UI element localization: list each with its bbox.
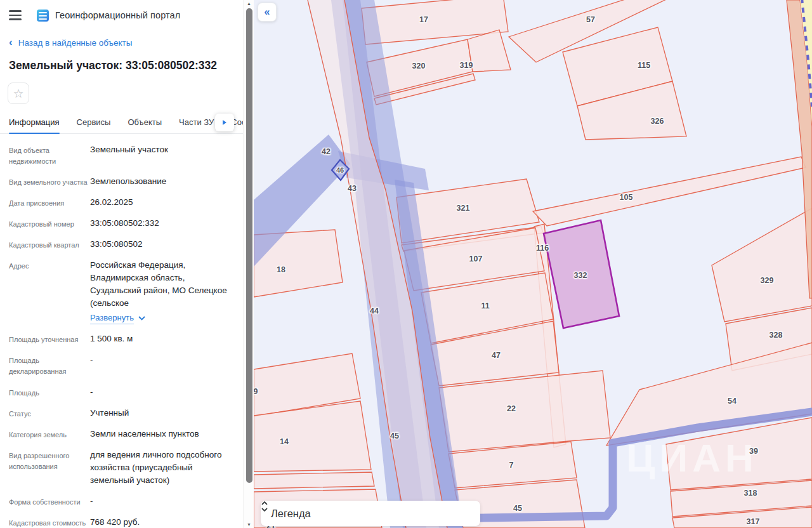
field-value: - <box>90 495 237 508</box>
address-expand-link[interactable]: Развернуть <box>90 312 145 324</box>
field-value: 33:05:080502 <box>90 238 237 251</box>
field-label: Категория земель <box>9 428 88 440</box>
page-title: Земельный участок: 33:05:080502:332 <box>0 59 243 72</box>
app-title: Геоинформационный портал <box>55 10 180 20</box>
scroll-down-icon[interactable]: ▼ <box>244 522 254 527</box>
expand-label: Развернуть <box>90 312 134 324</box>
field-value: 768 420 руб. <box>90 516 237 528</box>
field-row: Вид земельного участка Землепользование <box>9 175 237 188</box>
field-value: - <box>90 353 237 377</box>
tabs-scroll-right-button[interactable] <box>215 114 234 131</box>
field-value: для ведения личного подсобного хозяйства… <box>90 449 237 487</box>
app-header: Геоинформационный портал <box>0 0 243 24</box>
double-chevron-left-icon: « <box>265 6 270 18</box>
menu-icon[interactable] <box>9 10 22 20</box>
back-link[interactable]: ‹ Назад в найденные объекты <box>0 37 243 48</box>
legend-bar[interactable]: Легенда <box>261 501 480 526</box>
field-value: 26.02.2025 <box>90 196 237 209</box>
scrollbar-thumb[interactable] <box>246 8 252 483</box>
sidebar-collapse-button[interactable]: « <box>258 3 277 22</box>
back-link-label: Назад в найденные объекты <box>18 38 133 48</box>
tab-services[interactable]: Сервисы <box>77 117 111 133</box>
sidebar-scrollbar[interactable]: ▲ ▼ <box>243 0 254 528</box>
field-row: Дата присвоения 26.02.2025 <box>9 196 237 209</box>
field-row: Площадь - <box>9 386 237 399</box>
field-row: Площадь декларированная - <box>9 353 237 377</box>
scroll-up-icon[interactable]: ▲ <box>244 1 254 6</box>
field-row: Кадастровый квартал 33:05:080502 <box>9 238 237 251</box>
field-row: Кадастровая стоимость 768 420 руб. <box>9 516 237 528</box>
field-value: Землепользование <box>90 175 237 188</box>
field-label: Вид земельного участка <box>9 175 88 188</box>
field-row: Статус Учтенный <box>9 407 237 419</box>
back-chevron-icon: ‹ <box>9 37 13 48</box>
field-value: 33:05:080502:332 <box>90 217 237 230</box>
parcel-105[interactable] <box>533 157 806 226</box>
parcel-319[interactable] <box>468 30 511 72</box>
expand-collapse-icon <box>261 501 268 512</box>
field-label: Вид разрешенного использования <box>9 449 88 487</box>
chevron-down-icon <box>138 316 145 320</box>
field-label: Кадастровая стоимость <box>9 516 88 528</box>
cadastral-map-layers <box>254 0 812 528</box>
field-value: Российская Федерация, Владимирская облас… <box>90 260 227 308</box>
field-row: Категория земель Земли населенных пункто… <box>9 428 237 440</box>
legend-title: Легенда <box>271 508 311 520</box>
tab-parts[interactable]: Части ЗУ <box>179 117 214 133</box>
sidebar-panel: Геоинформационный портал ‹ Назад в найде… <box>0 0 254 528</box>
tab-information[interactable]: Информация <box>9 117 60 133</box>
field-value: Земли населенных пунктов <box>90 428 237 440</box>
sidebar-content: Геоинформационный портал ‹ Назад в найде… <box>0 0 243 528</box>
map-canvas[interactable]: ЦИАН 17 57 320 319 115 326 42 46 43 321 … <box>254 0 812 528</box>
field-label: Площадь декларированная <box>9 353 88 377</box>
tab-objects[interactable]: Объекты <box>128 117 162 133</box>
tab-bar: Информация Сервисы Объекты Части ЗУ Сост… <box>0 113 243 134</box>
field-label: Дата присвоения <box>9 196 88 209</box>
triangle-right-icon <box>222 119 227 126</box>
field-label: Адрес <box>9 259 88 324</box>
field-label: Кадастровый квартал <box>9 238 88 251</box>
field-row: Кадастровый номер 33:05:080502:332 <box>9 217 237 230</box>
field-row: Вид объекта недвижимости Земельный участ… <box>9 143 237 167</box>
field-value: - <box>90 386 237 399</box>
field-value: Учтенный <box>90 407 237 419</box>
field-row: Вид разрешенного использования для веден… <box>9 449 237 487</box>
parcel-332-selected[interactable] <box>544 220 619 328</box>
parcel-329[interactable] <box>712 208 812 322</box>
field-row: Форма собственности - <box>9 495 237 508</box>
field-row: Площадь уточненная 1 500 кв. м <box>9 333 237 345</box>
field-label: Форма собственности <box>9 495 88 508</box>
field-label: Площадь уточненная <box>9 333 88 345</box>
field-value: 1 500 кв. м <box>90 333 237 345</box>
star-icon: ☆ <box>13 86 23 101</box>
app-logo-icon <box>37 10 49 22</box>
field-row-address: Адрес Российская Федерация, Владимирская… <box>9 259 237 324</box>
parcel-strip[interactable] <box>254 472 374 489</box>
field-label: Вид объекта недвижимости <box>9 143 88 167</box>
field-label: Кадастровый номер <box>9 217 88 230</box>
field-label: Статус <box>9 407 88 419</box>
attributes-list: Вид объекта недвижимости Земельный участ… <box>0 134 243 528</box>
field-label: Площадь <box>9 386 88 399</box>
field-value: Земельный участок <box>90 143 237 167</box>
favorite-star-button[interactable]: ☆ <box>8 82 29 104</box>
